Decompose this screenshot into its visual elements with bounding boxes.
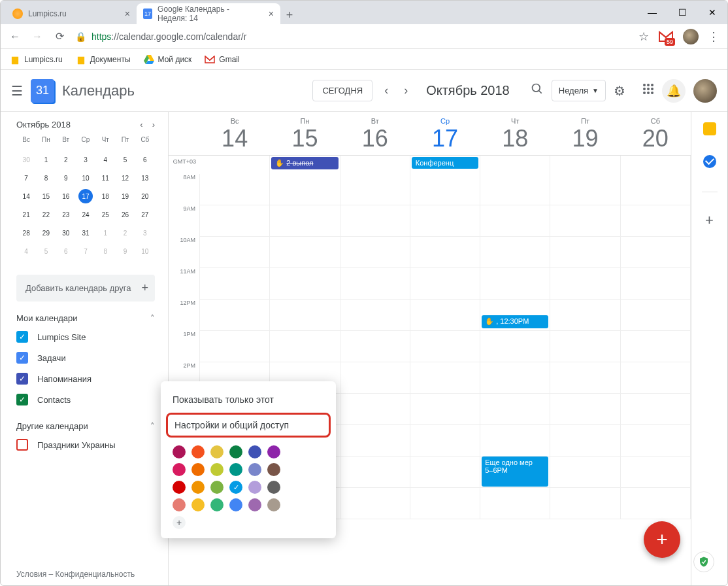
hour-cell[interactable] bbox=[410, 394, 480, 425]
hour-cell[interactable] bbox=[621, 300, 691, 331]
main-menu-icon[interactable]: ☰ bbox=[11, 83, 23, 99]
hour-cell[interactable] bbox=[410, 237, 480, 268]
hour-cell[interactable] bbox=[270, 237, 340, 268]
mini-day-cell[interactable]: 30 bbox=[16, 152, 36, 167]
hour-cell[interactable] bbox=[340, 362, 410, 394]
hour-cell[interactable] bbox=[550, 237, 620, 268]
hour-cell[interactable] bbox=[270, 331, 340, 362]
calendar-list-item[interactable]: ✓Contacts bbox=[16, 394, 155, 405]
timed-event-block[interactable]: Еще одно мер5–6PM bbox=[482, 457, 548, 487]
hour-cell[interactable] bbox=[621, 362, 691, 394]
hour-cell[interactable] bbox=[340, 425, 410, 457]
hour-cell[interactable] bbox=[270, 268, 340, 300]
hour-cell[interactable] bbox=[480, 394, 550, 425]
calendar-list-item[interactable]: ✓Задачи bbox=[16, 352, 155, 364]
allday-event-chip[interactable]: Конференц bbox=[412, 157, 478, 169]
new-tab-button[interactable]: + bbox=[280, 6, 299, 24]
allday-cell[interactable] bbox=[340, 156, 410, 174]
browser-tab-active[interactable]: 17 Google Календарь - Неделя: 14 × bbox=[137, 3, 280, 24]
context-settings-and-sharing[interactable]: Настройки и общий доступ bbox=[166, 413, 331, 438]
hour-cell[interactable] bbox=[410, 300, 480, 331]
hour-cell[interactable] bbox=[621, 331, 691, 362]
hour-cell[interactable] bbox=[340, 394, 410, 425]
hour-cell[interactable] bbox=[550, 174, 620, 205]
create-event-fab[interactable]: + bbox=[644, 521, 680, 558]
mini-day-cell[interactable]: 25 bbox=[95, 207, 115, 222]
mini-day-cell[interactable]: 6 bbox=[135, 152, 155, 167]
mini-day-cell[interactable]: 17 bbox=[78, 189, 93, 203]
mini-day-cell[interactable]: 30 bbox=[56, 225, 76, 241]
reload-icon[interactable]: ⟳ bbox=[53, 30, 66, 43]
day-header[interactable]: Пт19 bbox=[550, 112, 620, 155]
close-icon[interactable]: × bbox=[269, 9, 274, 19]
calendar-checkbox[interactable]: ✓ bbox=[16, 373, 28, 385]
mini-day-cell[interactable]: 2 bbox=[115, 225, 135, 241]
google-apps-icon[interactable] bbox=[642, 83, 654, 98]
add-friend-calendar-input[interactable]: Добавить календарь друга + bbox=[16, 275, 155, 302]
hour-cell[interactable] bbox=[200, 205, 270, 237]
mini-day-cell[interactable]: 3 bbox=[76, 152, 95, 167]
day-header[interactable]: Вс14 bbox=[200, 112, 270, 155]
color-swatch[interactable] bbox=[210, 481, 223, 494]
mini-day-cell[interactable]: 26 bbox=[115, 207, 135, 222]
color-swatch[interactable] bbox=[248, 463, 261, 476]
day-header[interactable]: Вт16 bbox=[340, 112, 410, 155]
today-button[interactable]: СЕГОДНЯ bbox=[312, 80, 372, 101]
hour-cell[interactable] bbox=[340, 488, 410, 519]
add-custom-color[interactable]: + bbox=[173, 516, 186, 529]
browser-menu-icon[interactable]: ⋮ bbox=[708, 29, 720, 44]
next-week-icon[interactable]: › bbox=[400, 84, 412, 97]
hour-cell[interactable] bbox=[550, 300, 620, 331]
settings-gear-icon[interactable]: ⚙ bbox=[614, 83, 625, 99]
day-header[interactable]: Пн15 bbox=[270, 112, 340, 155]
allday-cell[interactable] bbox=[200, 156, 270, 174]
calendar-list-item[interactable]: ✓Напоминания bbox=[16, 373, 155, 385]
allday-cell[interactable] bbox=[621, 156, 691, 174]
plus-icon[interactable]: + bbox=[141, 281, 148, 295]
hour-cell[interactable] bbox=[621, 394, 691, 425]
prev-week-icon[interactable]: ‹ bbox=[380, 84, 392, 97]
hour-cell[interactable] bbox=[410, 457, 480, 488]
mini-day-cell[interactable]: 31 bbox=[76, 225, 95, 241]
other-calendars-header[interactable]: Другие календари ˄ bbox=[16, 421, 155, 431]
mini-day-cell[interactable]: 8 bbox=[95, 243, 115, 259]
hour-cell[interactable] bbox=[621, 268, 691, 300]
allday-event-chip[interactable]: ✋ 2 выпол bbox=[271, 157, 338, 169]
mini-day-cell[interactable]: 29 bbox=[36, 225, 56, 241]
mini-day-cell[interactable]: 27 bbox=[135, 207, 155, 222]
hour-cell[interactable] bbox=[410, 174, 480, 205]
color-swatch[interactable] bbox=[267, 498, 280, 511]
mini-day-cell[interactable]: 8 bbox=[36, 170, 56, 186]
mini-day-cell[interactable]: 16 bbox=[56, 188, 76, 204]
hour-cell[interactable] bbox=[550, 362, 620, 394]
address-bar[interactable]: 🔒 https://calendar.google.com/calendar/r bbox=[75, 31, 629, 42]
color-swatch[interactable] bbox=[173, 498, 186, 511]
mini-next-icon[interactable]: › bbox=[152, 120, 155, 129]
hour-cell[interactable] bbox=[550, 205, 620, 237]
mini-day-cell[interactable]: 14 bbox=[16, 188, 36, 204]
mini-day-cell[interactable]: 22 bbox=[36, 207, 56, 222]
hour-cell[interactable] bbox=[550, 457, 620, 488]
color-swatch[interactable] bbox=[229, 463, 242, 476]
color-swatch[interactable] bbox=[191, 463, 205, 476]
hour-cell[interactable] bbox=[410, 205, 480, 237]
hour-cell[interactable] bbox=[270, 300, 340, 331]
mini-day-cell[interactable]: 7 bbox=[76, 243, 95, 259]
add-addon-icon[interactable]: + bbox=[705, 212, 714, 229]
allday-cell[interactable] bbox=[480, 156, 550, 174]
calendar-list-item[interactable]: Праздники Украины bbox=[16, 439, 155, 451]
color-swatch[interactable] bbox=[191, 445, 205, 458]
hour-cell[interactable] bbox=[200, 174, 270, 205]
gmail-extension-icon[interactable]: 59 bbox=[658, 29, 674, 44]
color-swatch[interactable] bbox=[210, 498, 223, 511]
mini-day-cell[interactable]: 1 bbox=[36, 152, 56, 167]
hour-cell[interactable] bbox=[340, 300, 410, 331]
allday-cell[interactable]: ✋ 2 выпол bbox=[270, 156, 340, 174]
hour-cell[interactable] bbox=[621, 205, 691, 237]
color-swatch[interactable] bbox=[210, 445, 223, 458]
mini-day-cell[interactable]: 5 bbox=[36, 243, 56, 259]
mini-day-cell[interactable]: 23 bbox=[56, 207, 76, 222]
hour-cell[interactable] bbox=[200, 268, 270, 300]
color-swatch[interactable] bbox=[173, 445, 186, 458]
view-selector[interactable]: Неделя ▼ bbox=[552, 80, 606, 101]
